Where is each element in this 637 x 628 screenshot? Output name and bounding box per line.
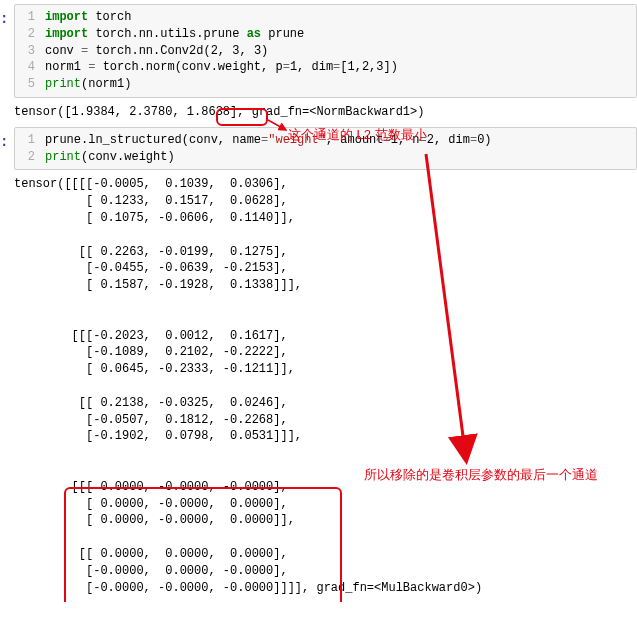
- annotation-min-l2: 这个通道的 L2 范数最小: [288, 126, 427, 144]
- line-number: 4: [15, 59, 45, 76]
- output-1: tensor([1.9384, 2.3780, 1.8638], grad_fn…: [14, 104, 637, 121]
- code-content: import torch: [45, 9, 636, 26]
- line-number: 1: [15, 9, 45, 26]
- code-line: 4norm1 = torch.norm(conv.weight, p=1, di…: [15, 59, 636, 76]
- line-number: 2: [15, 26, 45, 43]
- code-line: 2import torch.nn.utils.prune as prune: [15, 26, 636, 43]
- code-content: conv = torch.nn.Conv2d(2, 3, 3): [45, 43, 636, 60]
- code-line: 2print(conv.weight): [15, 149, 636, 166]
- annotation-removed-channel: 所以移除的是卷积层参数的最后一个通道: [364, 466, 598, 484]
- code-content: print(conv.weight): [45, 149, 636, 166]
- code-line: 1import torch: [15, 9, 636, 26]
- code-cell-1: 1import torch2import torch.nn.utils.prun…: [14, 4, 637, 98]
- code-line: 5print(norm1): [15, 76, 636, 93]
- code-content: norm1 = torch.norm(conv.weight, p=1, dim…: [45, 59, 636, 76]
- input-prompt-1: :: [0, 10, 8, 30]
- line-number: 1: [15, 132, 45, 149]
- code-content: import torch.nn.utils.prune as prune: [45, 26, 636, 43]
- input-prompt-2: :: [0, 133, 8, 153]
- output-2: tensor([[[[-0.0005, 0.1039, 0.0306], [ 0…: [14, 176, 637, 596]
- line-number: 3: [15, 43, 45, 60]
- line-number: 2: [15, 149, 45, 166]
- code-line: 3conv = torch.nn.Conv2d(2, 3, 3): [15, 43, 636, 60]
- code-content: print(norm1): [45, 76, 636, 93]
- line-number: 5: [15, 76, 45, 93]
